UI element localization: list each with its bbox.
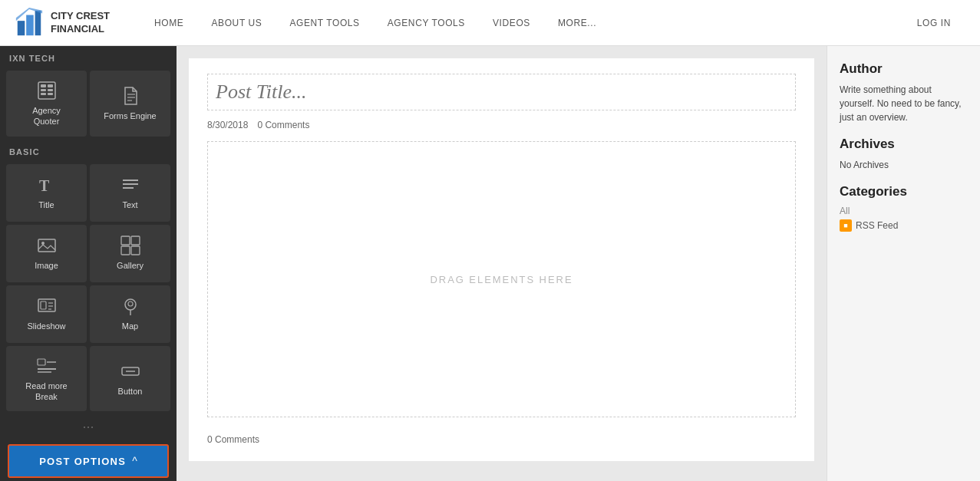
svg-rect-18 bbox=[38, 239, 55, 252]
sidebar-item-button[interactable]: Button bbox=[90, 346, 170, 412]
gallery-icon bbox=[120, 235, 141, 256]
readmore-icon bbox=[36, 355, 58, 377]
agency-quoter-label: AgencyQuoter bbox=[32, 105, 61, 127]
svg-point-29 bbox=[125, 299, 136, 310]
nav-more[interactable]: MORE... bbox=[544, 0, 610, 46]
sidebar-item-forms-engine[interactable]: Forms Engine bbox=[90, 71, 170, 137]
lines-icon bbox=[120, 174, 141, 196]
slideshow-icon bbox=[36, 295, 58, 317]
nav-login[interactable]: LOG IN bbox=[903, 0, 965, 46]
svg-rect-21 bbox=[131, 236, 140, 245]
svg-rect-8 bbox=[48, 89, 53, 91]
sidebar-item-title[interactable]: T Title bbox=[6, 164, 87, 222]
image-label: Image bbox=[35, 260, 58, 271]
readmore-label: Read moreBreak bbox=[25, 381, 67, 403]
nav-links: HOME ABOUT US AGENT TOOLS AGENCY TOOLS V… bbox=[140, 0, 965, 46]
title-label: Title bbox=[38, 199, 54, 210]
svg-rect-9 bbox=[41, 93, 46, 95]
image-icon bbox=[36, 235, 58, 256]
svg-rect-6 bbox=[48, 84, 53, 87]
rss-feed-label: RSS Feed bbox=[856, 220, 898, 231]
section-ixn-tech: IXN TECH bbox=[0, 46, 177, 68]
doc-icon bbox=[120, 85, 141, 107]
nav-agent-tools[interactable]: AGENT TOOLS bbox=[276, 0, 373, 46]
post-options-label: POST OPTIONS bbox=[39, 456, 126, 467]
svg-rect-20 bbox=[121, 236, 130, 245]
forms-engine-label: Forms Engine bbox=[104, 110, 156, 121]
post-comments-link[interactable]: 0 Comments bbox=[257, 120, 309, 130]
nav-videos[interactable]: VIDEOS bbox=[479, 0, 544, 46]
rss-icon: ■ bbox=[840, 219, 852, 232]
author-title: Author bbox=[840, 61, 968, 77]
post-editor: 8/30/2018 0 Comments DRAG ELEMENTS HERE … bbox=[189, 58, 814, 461]
svg-rect-1 bbox=[26, 15, 34, 35]
basics-grid: T Title Text Image bbox=[0, 161, 177, 415]
logo: CITY CREST FINANCIAL bbox=[15, 8, 110, 38]
text-label: Text bbox=[122, 199, 137, 210]
content-area: 8/30/2018 0 Comments DRAG ELEMENTS HERE … bbox=[177, 46, 827, 481]
post-options-container: POST OPTIONS ^ bbox=[0, 440, 177, 481]
sidebar-item-map[interactable]: Map bbox=[90, 285, 170, 343]
drag-label: DRAG ELEMENTS HERE bbox=[430, 274, 572, 285]
nav-agency-tools[interactable]: AGENCY TOOLS bbox=[374, 0, 479, 46]
sidebar-item-text[interactable]: Text bbox=[90, 164, 170, 222]
gallery-label: Gallery bbox=[117, 260, 144, 271]
map-label: Map bbox=[122, 321, 138, 331]
svg-rect-22 bbox=[121, 246, 130, 255]
post-meta: 8/30/2018 0 Comments bbox=[207, 120, 796, 130]
sidebar-item-slideshow[interactable]: Slideshow bbox=[6, 285, 87, 343]
svg-rect-7 bbox=[41, 89, 46, 91]
sidebar: IXN TECH AgencyQuoter bbox=[0, 46, 177, 481]
post-options-button[interactable]: POST OPTIONS ^ bbox=[8, 444, 169, 478]
nav-about[interactable]: ABOUT US bbox=[197, 0, 276, 46]
categories-all-link[interactable]: All bbox=[840, 206, 968, 216]
svg-point-30 bbox=[128, 301, 133, 306]
svg-text:T: T bbox=[39, 177, 50, 194]
logo-icon bbox=[15, 8, 43, 38]
sidebar-item-agency-quoter[interactable]: AgencyQuoter bbox=[6, 71, 87, 137]
title-icon: T bbox=[36, 174, 58, 196]
archives-title: Archives bbox=[840, 137, 968, 152]
calc-icon bbox=[36, 80, 58, 101]
sidebar-item-readmore[interactable]: Read moreBreak bbox=[6, 346, 87, 412]
svg-rect-32 bbox=[38, 359, 45, 365]
author-text: Write something about yourself. No need … bbox=[840, 83, 968, 124]
post-options-chevron-icon: ^ bbox=[132, 455, 137, 467]
svg-rect-10 bbox=[48, 93, 53, 95]
archives-text: No Archives bbox=[840, 158, 968, 172]
svg-rect-25 bbox=[41, 301, 46, 309]
post-title-input[interactable] bbox=[207, 74, 796, 110]
main-layout: IXN TECH AgencyQuoter bbox=[0, 46, 980, 481]
rss-feed-link[interactable]: ■ RSS Feed bbox=[840, 219, 968, 232]
svg-rect-2 bbox=[35, 10, 41, 35]
post-date: 8/30/2018 bbox=[207, 120, 248, 130]
top-nav: CITY CREST FINANCIAL HOME ABOUT US AGENT… bbox=[0, 0, 980, 46]
nav-home[interactable]: HOME bbox=[140, 0, 197, 46]
svg-rect-0 bbox=[18, 21, 25, 35]
post-bottom-comments[interactable]: 0 Comments bbox=[207, 425, 259, 445]
slideshow-label: Slideshow bbox=[27, 321, 65, 331]
sidebar-item-image[interactable]: Image bbox=[6, 225, 87, 282]
tools-grid: AgencyQuoter Forms Engine bbox=[0, 68, 177, 140]
map-icon bbox=[120, 295, 141, 317]
drag-drop-area: DRAG ELEMENTS HERE bbox=[207, 141, 796, 417]
svg-rect-5 bbox=[41, 84, 46, 87]
section-basic: BASIC bbox=[0, 140, 177, 161]
svg-rect-23 bbox=[131, 246, 140, 255]
button-label: Button bbox=[118, 386, 143, 397]
logo-text: CITY CREST FINANCIAL bbox=[51, 10, 110, 36]
sidebar-item-gallery[interactable]: Gallery bbox=[90, 225, 170, 282]
button-icon bbox=[120, 361, 141, 382]
categories-title: Categories bbox=[840, 184, 968, 199]
more-items-dots: ··· bbox=[0, 414, 177, 440]
right-sidebar: Author Write something about yourself. N… bbox=[827, 46, 980, 481]
